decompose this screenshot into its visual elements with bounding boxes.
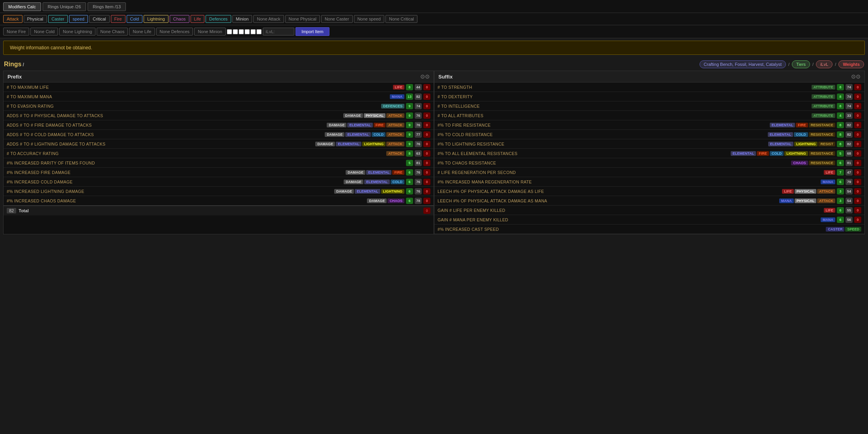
suffix-arrows[interactable]: ⊙⊙ — [851, 73, 861, 80]
mod-row[interactable]: #% to Fire ResistanceELEMENTALFIRERESIST… — [434, 120, 864, 130]
checkbox-3[interactable] — [239, 29, 244, 34]
mod-row[interactable]: # to Maximum ManaMANA13820 — [4, 92, 434, 101]
mod-row[interactable]: #% to Chaos ResistanceCHAOSRESISTANCE681… — [434, 158, 864, 168]
filter-tag-none-speed[interactable]: None speed — [354, 15, 384, 23]
tag-damage: DAMAGE — [315, 142, 335, 146]
badge-weight: 0 — [423, 112, 430, 119]
tag-attack: ATTACK — [386, 142, 404, 146]
mod-row[interactable]: #% increased Cast SpeedCASTERSPEED — [434, 224, 864, 234]
tag-lightning: LIGHTNING — [794, 142, 818, 146]
mod-row[interactable]: # to DexterityATTRIBUTE8740 — [434, 92, 864, 101]
badge-weight: 0 — [423, 94, 430, 100]
mod-row[interactable]: Leech #% of Physical Attack Damage as Ma… — [434, 196, 864, 206]
tag-defences: DEFENCES — [381, 104, 404, 108]
rings-title: Rings / — [4, 61, 24, 68]
checkbox-6[interactable] — [256, 29, 262, 34]
mod-row[interactable]: #% increased Rarity of Items found5810 — [4, 158, 434, 168]
pill-tiers[interactable]: Tiers — [792, 60, 810, 68]
mod-row[interactable]: Leech #% of Physical Attack Damage as Li… — [434, 187, 864, 196]
mod-row[interactable]: #% to all Elemental ResistancesELEMENTAL… — [434, 149, 864, 158]
mod-row[interactable]: # to Accuracy RatingATTACK8630 — [4, 149, 434, 158]
mod-row[interactable]: #% increased Cold DamageDAMAGEELEMENTALC… — [4, 177, 434, 187]
filter-tag-speed[interactable]: speed — [69, 15, 88, 23]
filter-tag-life[interactable]: Life — [191, 15, 205, 23]
filter-tag-cold[interactable]: Cold — [127, 15, 143, 23]
checkbox-1[interactable] — [227, 29, 232, 34]
mod-row[interactable]: # to IntelligenceATTRIBUTE8740 — [434, 101, 864, 111]
filter-tag-none-critical[interactable]: None Critical — [385, 15, 417, 23]
filter-tag-minion[interactable]: Minion — [232, 15, 252, 23]
mod-row[interactable]: #% increased Lightning DamageDAMAGEELEME… — [4, 187, 434, 196]
filter-tag-fire[interactable]: Fire — [111, 15, 125, 23]
pill-bench[interactable]: Crafting Bench, Fossil, Harvest, Catalys… — [700, 60, 786, 68]
tag-elemental: ELEMENTAL — [768, 142, 793, 146]
mod-row[interactable]: #% to Lightning ResistanceELEMENTALLIGHT… — [434, 139, 864, 149]
mod-tags: DAMAGEELEMENTALFIRE6760 — [346, 169, 430, 176]
mod-row[interactable]: Gain # Life per Enemy KilledLIFE6550 — [434, 206, 864, 215]
mod-row[interactable]: Adds # to # Fire Damage to AttacksDAMAGE… — [4, 120, 434, 130]
badge-weight: 0 — [854, 198, 861, 204]
filter-tag-none-life[interactable]: None Life — [129, 28, 155, 36]
tag-resistance: RESISTANCE — [809, 151, 835, 156]
checkbox-4[interactable] — [245, 29, 250, 34]
tab-modifiers-calc[interactable]: Modifiers Calc — [3, 2, 41, 11]
filter-tag-none-minion[interactable]: None Minion — [194, 28, 226, 36]
tag-attribute: ATTRIBUTE — [812, 113, 835, 118]
badge-count: 9 — [406, 122, 413, 128]
ilvl-input[interactable] — [263, 28, 294, 36]
mod-row[interactable]: #% increased Chaos DamageDAMAGECHAOS6780 — [4, 196, 434, 206]
import-button[interactable]: Import Item — [296, 27, 329, 36]
filter-tag-none-fire[interactable]: None Fire — [3, 28, 29, 36]
tab-bar: Modifiers Calc Rings Unique /26 Rings It… — [0, 0, 868, 13]
checkbox-2[interactable] — [233, 29, 238, 34]
mod-row[interactable]: # to all AttributesATTRIBUTE4330 — [434, 111, 864, 120]
mod-name: # to Maximum Mana — [7, 94, 388, 99]
badge-count: 6 — [837, 179, 844, 185]
filter-tag-chaos[interactable]: Chaos — [170, 15, 189, 23]
filter-tag-physical[interactable]: Physical — [24, 15, 47, 23]
filter-tag-attack[interactable]: Attack — [3, 15, 22, 23]
mod-row[interactable]: Adds # to # Physical Damage to AttacksDA… — [4, 111, 434, 120]
tab-rings-unique[interactable]: Rings Unique /26 — [43, 2, 86, 11]
badge-count: 5 — [837, 150, 844, 157]
tag-fire: FIRE — [374, 123, 386, 127]
pill-weights[interactable]: Weights — [838, 60, 864, 68]
mod-row[interactable]: # to Maximum LifeLIFE8440 — [4, 82, 434, 92]
mod-name: # to Strength — [438, 85, 810, 90]
mod-row[interactable]: Adds # to # Cold Damage to AttacksDAMAGE… — [4, 130, 434, 139]
mod-row[interactable]: Adds # to # Lightning Damage to AttacksD… — [4, 139, 434, 149]
filter-tag-none-defences[interactable]: None Defences — [156, 28, 193, 36]
mod-tags: ATTRIBUTE8740 — [812, 94, 861, 100]
filter-tag-critical[interactable]: Critical — [89, 15, 110, 23]
badge-tier: 55 — [846, 207, 853, 213]
pill-ilvl[interactable]: iLvL — [816, 60, 832, 68]
mod-row[interactable]: #% increased Fire DamageDAMAGEELEMENTALF… — [4, 168, 434, 177]
mod-row[interactable]: # to StrengthATTRIBUTE8740 — [434, 82, 864, 92]
badge-weight: 0 — [423, 131, 430, 138]
filter-tag-defences[interactable]: Defences — [206, 15, 231, 23]
filter-tag-none-attack[interactable]: None Attack — [253, 15, 284, 23]
tag-cold: COLD — [391, 180, 405, 184]
mod-row[interactable]: #% to Cold ResistanceELEMENTALCOLDRESIST… — [434, 130, 864, 139]
filter-tag-caster[interactable]: Caster — [48, 15, 68, 23]
mod-tags: ELEMENTALLIGHTNINGRESIST8820 — [768, 141, 861, 147]
tag-mana: MANA — [821, 180, 835, 184]
filter-tag-none-caster[interactable]: None Caster — [321, 15, 353, 23]
tab-rings-item[interactable]: Rings Item /13 — [88, 2, 126, 11]
badge-count: 4 — [837, 112, 844, 119]
badge-tier: 54 — [846, 188, 853, 195]
checkbox-5[interactable] — [251, 29, 256, 34]
filter-tag-none-physical[interactable]: None Physical — [285, 15, 320, 23]
badge-count: 8 — [837, 141, 844, 147]
mod-row[interactable]: # Life Regeneration per secondLIFE7470 — [434, 168, 864, 177]
mod-row[interactable]: #% increased Mana Regeneration RateMANA6… — [434, 177, 864, 187]
prefix-arrows[interactable]: ⊙⊙ — [420, 73, 430, 80]
filter-tag-none-chaos[interactable]: None Chaos — [97, 28, 128, 36]
mod-row[interactable]: Gain # Mana per Enemy KilledMANA6560 — [434, 215, 864, 224]
filter-tag-none-lightning[interactable]: None Lightning — [59, 28, 95, 36]
mod-row[interactable]: # to Evasion RatingDEFENCES9740 — [4, 101, 434, 111]
filter-tag-none-cold[interactable]: None Cold — [30, 28, 58, 36]
badge-tier: 82 — [846, 122, 853, 128]
filter-tag-lightning[interactable]: Lightning — [144, 15, 168, 23]
mod-name: #% increased Rarity of Items found — [7, 161, 404, 165]
